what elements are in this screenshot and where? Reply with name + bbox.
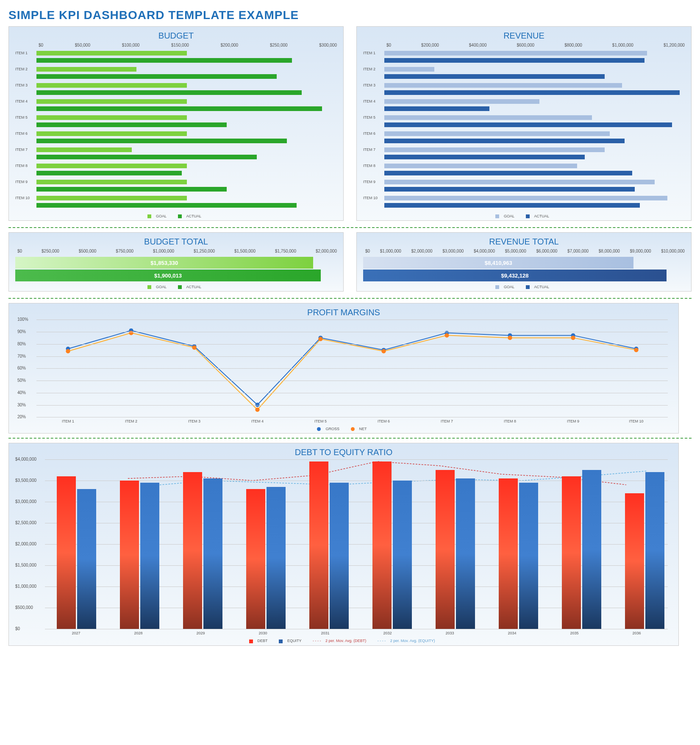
debt-bar (562, 476, 581, 629)
svg-point-24 (319, 337, 323, 341)
svg-point-17 (508, 334, 512, 338)
svg-point-28 (571, 336, 575, 340)
revenue-title: REVENUE (363, 31, 685, 41)
item-label: ITEM 5 (363, 115, 384, 120)
item-label: ITEM 3 (363, 83, 384, 87)
bar-goal (384, 99, 539, 104)
budget-total-goal-bar: $1,853,330 (15, 257, 313, 269)
svg-point-6 (445, 334, 449, 338)
bar-actual (384, 187, 635, 192)
svg-point-23 (256, 408, 260, 412)
item-label: ITEM 4 (15, 99, 36, 103)
item-label: ITEM 7 (363, 147, 384, 152)
bar-actual (384, 122, 672, 127)
bar-goal (384, 180, 655, 184)
debt-bar (309, 461, 328, 629)
equity-bar (456, 478, 475, 629)
bar-goal (36, 67, 136, 72)
divider (8, 438, 692, 439)
item-label: ITEM 1 (15, 51, 36, 55)
svg-point-9 (634, 348, 639, 352)
bar-actual (384, 74, 605, 79)
bar-actual (384, 155, 585, 159)
bar-goal (36, 51, 187, 56)
svg-point-0 (66, 349, 70, 353)
item-label: ITEM 9 (363, 180, 384, 184)
bar-actual (36, 58, 292, 63)
svg-point-15 (382, 348, 386, 352)
item-label: ITEM 8 (363, 164, 384, 168)
item-label: ITEM 2 (363, 67, 384, 71)
revenue-legend: GOAL ACTUAL (363, 214, 685, 218)
debt-equity-title: DEBT TO EQUITY RATIO (15, 448, 672, 457)
bar-goal (36, 147, 132, 152)
item-label: ITEM 10 (15, 196, 36, 200)
equity-bar (393, 481, 412, 629)
bar-actual (384, 106, 489, 111)
debt-bar (372, 461, 392, 629)
bar-actual (36, 74, 277, 79)
svg-point-27 (508, 336, 512, 340)
budget-x-axis: $0$50,000$100,000$150,000$200,000$250,00… (15, 43, 337, 47)
page-title: SIMPLE KPI DASHBOARD TEMPLATE EXAMPLE (8, 8, 692, 22)
revenue-chart: REVENUE $0$200,000$400,000$600,000$800,0… (356, 26, 692, 221)
budget-total-title: BUDGET TOTAL (15, 237, 337, 247)
svg-point-29 (634, 348, 639, 352)
bar-goal (36, 164, 187, 168)
bar-goal (36, 196, 187, 200)
equity-bar (203, 478, 222, 629)
equity-bar (140, 483, 159, 629)
equity-bar (582, 470, 601, 629)
bar-goal (384, 196, 667, 200)
bar-goal (384, 131, 610, 136)
equity-bar (77, 489, 96, 629)
svg-point-4 (319, 337, 323, 341)
bar-actual (384, 203, 640, 208)
svg-point-26 (445, 334, 449, 338)
bar-actual (384, 171, 632, 175)
bar-goal (36, 131, 187, 136)
divider (8, 298, 692, 299)
bar-actual (384, 58, 644, 63)
item-label: ITEM 8 (15, 164, 36, 168)
bar-actual (36, 122, 227, 127)
budget-chart: BUDGET $0$50,000$100,000$150,000$200,000… (8, 26, 344, 221)
bar-goal (36, 180, 187, 184)
debt-bar (183, 472, 202, 629)
equity-bar (267, 487, 286, 629)
bar-goal (36, 83, 187, 88)
debt-equity-chart: DEBT TO EQUITY RATIO $0$500,000$1,000,00… (8, 443, 679, 645)
budget-legend: GOAL ACTUAL (15, 214, 337, 218)
bar-actual (36, 106, 322, 111)
svg-point-2 (192, 345, 197, 350)
revenue-x-axis: $0$200,000$400,000$600,000$800,000$1,000… (363, 43, 685, 47)
item-label: ITEM 5 (15, 115, 36, 120)
budget-total-actual-bar: $1,900,013 (15, 270, 321, 281)
profit-margins-chart: PROFIT MARGINS 20%30%40%50%60%70%80%90%1… (8, 303, 679, 434)
svg-point-10 (66, 347, 70, 351)
bar-goal (384, 67, 434, 72)
bar-actual (36, 90, 302, 95)
equity-bar (519, 483, 538, 629)
bar-goal (384, 164, 577, 168)
debt-bar (436, 470, 455, 629)
item-label: ITEM 4 (363, 99, 384, 103)
item-label: ITEM 2 (15, 67, 36, 71)
revenue-total-actual-bar: $9,432,128 (363, 270, 667, 281)
bar-actual (384, 90, 680, 95)
bar-actual (36, 139, 287, 143)
budget-title: BUDGET (15, 31, 337, 41)
debt-bar (246, 489, 265, 629)
item-label: ITEM 3 (15, 83, 36, 87)
svg-point-20 (66, 349, 70, 353)
item-label: ITEM 6 (363, 131, 384, 136)
svg-point-8 (571, 336, 575, 340)
divider (8, 227, 692, 228)
revenue-total-title: REVENUE TOTAL (363, 237, 685, 247)
debt-bar (625, 493, 644, 629)
revenue-total-chart: REVENUE TOTAL $0$1,000,000$2,000,000$3,0… (356, 232, 692, 292)
bar-goal (384, 147, 605, 152)
equity-bar (645, 472, 664, 629)
bar-goal (36, 115, 187, 120)
bar-goal (36, 99, 187, 104)
